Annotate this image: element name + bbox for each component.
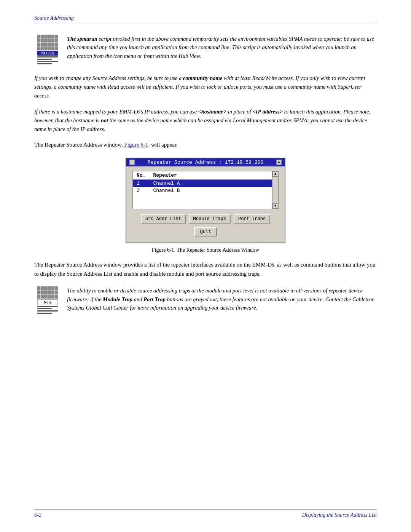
note-text: The ability to enable or disable source …	[67, 286, 377, 315]
src-addr-list-button[interactable]: Src Addr List	[141, 214, 186, 224]
table-header-row: No. Repeater	[133, 171, 272, 180]
window-frame: – Repeater Source Address : 172.19.59.20…	[126, 158, 285, 243]
action-buttons: Src Addr List Module Traps Port Traps	[132, 214, 279, 224]
empty-cell3	[133, 201, 149, 209]
notes-spmarun-bold: The spmarun	[67, 36, 97, 42]
body-para-text: The Repeater Source Address window provi…	[34, 262, 375, 277]
para-community-name: If you wish to change any Source Address…	[34, 74, 377, 101]
table-row-channel-a[interactable]: 1 Channel A	[133, 179, 272, 187]
window-close-btn[interactable]: –	[129, 160, 135, 165]
note-label: Note	[37, 299, 58, 305]
empty-cell2	[149, 194, 272, 201]
quit-button[interactable]: Quit	[194, 227, 217, 236]
note-box: Note The ability to enable or disable so…	[34, 286, 377, 315]
notes-label: NOTES	[37, 51, 58, 56]
notes-lines-decoration	[37, 56, 58, 66]
row1-name: Channel A	[149, 179, 272, 187]
scroll-bar: ▲ ▼	[272, 171, 278, 209]
window-maximize-btn[interactable]: ▲	[276, 160, 282, 165]
row1-no: 1	[133, 179, 149, 187]
body-para-after-figure: The Repeater Source Address window provi…	[34, 260, 377, 279]
window-content: No. Repeater 1 Channel A 2 Channel B	[126, 166, 285, 243]
ref-link[interactable]: Figure 6-1	[124, 142, 148, 148]
table-row-channel-b[interactable]: 2 Channel B	[133, 187, 272, 194]
notes-text: The spmarun script invoked first in the …	[67, 35, 377, 66]
notes-text-content: script invoked first in the above comman…	[67, 36, 374, 59]
empty-cell	[133, 194, 149, 201]
para-hostname: If there is a hostname mapped to your EM…	[34, 107, 377, 134]
header-title: Source Addressing	[34, 15, 74, 21]
note-grid-graphic	[37, 286, 58, 299]
page-footer: 6-2 Displaying the Source Address List	[34, 510, 377, 518]
col-repeater-header: Repeater	[149, 171, 272, 180]
ref-before: The Repeater Source Address window,	[34, 142, 124, 148]
row2-name: Channel B	[149, 187, 272, 194]
scroll-down-arrow[interactable]: ▼	[272, 203, 279, 209]
module-traps-button[interactable]: Module Traps	[189, 214, 231, 224]
figure-caption: Figure 6-1. The Repeater Source Address …	[152, 247, 259, 253]
figure-container: – Repeater Source Address : 172.19.59.20…	[34, 158, 377, 253]
table-row-empty1	[133, 194, 272, 201]
notes-icon: NOTES	[34, 35, 61, 66]
page-header: Source Addressing	[34, 15, 377, 23]
window-title: Repeater Source Address : 172.19.59.200	[148, 160, 263, 165]
page-container: Source Addressing NOTES The	[0, 0, 411, 532]
note-module-trap-bold: Module Trap	[103, 296, 132, 302]
note-text-mid: and	[132, 296, 143, 302]
footer-page-number: 6-2	[34, 512, 41, 518]
ref-line: The Repeater Source Address window, Figu…	[34, 141, 377, 149]
notes-box: NOTES The spmarun script invoked first i…	[34, 35, 377, 66]
note-icon: Note	[34, 286, 61, 315]
notes-grid-graphic	[37, 35, 58, 50]
ref-after: , will appear.	[148, 142, 177, 148]
repeater-table-inner: No. Repeater 1 Channel A 2 Channel B	[133, 171, 272, 209]
window-titlebar: – Repeater Source Address : 172.19.59.20…	[126, 158, 285, 166]
note-lines-decoration	[37, 306, 58, 315]
footer-section-title: Displaying the Source Address List	[302, 512, 377, 518]
empty-cell4	[149, 201, 272, 209]
note-port-trap-bold: Port Trap	[143, 296, 166, 302]
col-no-header: No.	[133, 171, 149, 180]
scroll-up-arrow[interactable]: ▲	[272, 171, 279, 177]
table-row-empty2	[133, 201, 272, 209]
port-traps-button[interactable]: Port Traps	[234, 214, 270, 224]
quit-button-container: Quit	[132, 227, 279, 236]
repeater-table: No. Repeater 1 Channel A 2 Channel B	[132, 171, 279, 209]
row2-no: 2	[133, 187, 149, 194]
